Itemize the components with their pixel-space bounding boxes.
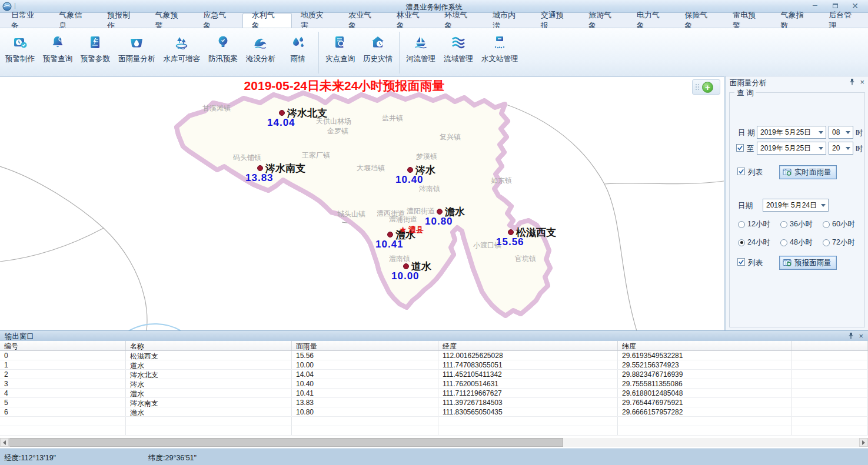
table-row[interactable]: 5涔水南支13.83111.39726718450329.76544769759… (0, 398, 868, 407)
forecast-date-select[interactable]: 2019年 5月24日 (763, 199, 829, 212)
start-date-select[interactable]: 2019年 5月25日 (757, 126, 826, 139)
scrollbar-thumb[interactable] (9, 438, 563, 447)
toolbar-button-灾点查询[interactable]: 灾点查询 (321, 31, 359, 75)
toolbar-button-label: 防汛预案 (208, 54, 238, 64)
menu-tab-交通预报[interactable]: 交通预报 (532, 13, 580, 28)
chevron-down-icon (819, 204, 828, 207)
close-icon[interactable]: × (860, 78, 864, 86)
scroll-left-button[interactable] (0, 438, 9, 447)
menu-tab-预报制作[interactable]: 预报制作 (98, 13, 147, 28)
cell-latitude: 29.6188012485048 (618, 389, 791, 397)
station-dot-澧水[interactable] (388, 232, 393, 237)
toolbar-button-label: 预警查询 (43, 54, 72, 64)
warning-compose-icon (12, 34, 28, 51)
realtime-rainfall-button[interactable]: 实时面雨量 (779, 165, 837, 179)
column-header-编号[interactable]: 编号 (0, 341, 126, 350)
toolbar-button-雨情[interactable]: 雨情 (280, 31, 316, 75)
menu-tab-环境气象[interactable]: 环境气象 (435, 13, 484, 28)
duration-radio-36小时[interactable]: 36小时 (780, 219, 813, 229)
toolbar-grip-handle[interactable] (696, 84, 700, 91)
toolbar-button-淹没分析[interactable]: 淹没分析 (242, 31, 280, 75)
station-dot-澹水[interactable] (437, 209, 443, 215)
table-row[interactable]: 4澧水10.41111.71121966762729.6188012485048 (0, 389, 868, 398)
end-date-select[interactable]: 2019年 5月25日 (757, 142, 826, 155)
column-header-纬度[interactable]: 纬度 (618, 341, 791, 350)
toolbar-button-面雨量分析[interactable]: 面雨量分析 (114, 31, 159, 75)
menu-tab-林业气象[interactable]: 林业气象 (388, 13, 436, 28)
duration-radio-12小时[interactable]: 12小时 (738, 219, 770, 229)
menu-tab-保险气象[interactable]: 保险气象 (676, 13, 724, 28)
map-canvas[interactable]: 甘溪滩镇盐井镇复兴镇天供山林场金罗镇码头铺镇王家厂镇大堰垱镇梦溪镇涔南镇如东镇城… (0, 77, 724, 330)
table-row[interactable]: 2涔水北支14.04111.45210541134229.88234767169… (0, 370, 868, 379)
toolbar-button-预警制作[interactable]: 预警制作 (1, 31, 39, 75)
menu-bar: 日常业务气象信息预报制作气象预警应急气象水利气象地质灾害农业气象林业气象环境气象… (0, 13, 868, 28)
duration-radio-60小时[interactable]: 60小时 (823, 219, 855, 229)
toolbar-button-流域管理[interactable]: 流域管理 (440, 31, 477, 75)
menu-tab-旅游气象[interactable]: 旅游气象 (580, 13, 628, 28)
table-row[interactable]: 6澹水10.80111.83056505043529.6666157957282 (0, 407, 868, 417)
duration-radio-24小时[interactable]: 24小时 (738, 237, 770, 247)
duration-radio-48小时[interactable]: 48小时 (780, 237, 813, 247)
cell-rainfall: 10.80 (292, 407, 438, 416)
cell-rainfall: 13.83 (292, 398, 438, 407)
menu-tab-地质灾害[interactable]: 地质灾害 (292, 13, 340, 28)
toolbar-button-历史灾情[interactable]: 历史灾情 (359, 31, 397, 75)
menu-tab-城市内涝[interactable]: 城市内涝 (484, 13, 532, 28)
town-label-官垸镇: 官垸镇 (515, 255, 536, 263)
chevron-down-icon (816, 131, 826, 134)
menu-tab-气象信息[interactable]: 气象信息 (51, 13, 99, 28)
menu-tab-日常业务[interactable]: 日常业务 (2, 13, 51, 28)
forecast-list-checkbox[interactable] (737, 258, 745, 266)
map-area: 甘溪滩镇盐井镇复兴镇天供山林场金罗镇码头铺镇王家厂镇大堰垱镇梦溪镇涔南镇如东镇城… (0, 76, 724, 330)
toolbar-button-河流管理[interactable]: 河流管理 (402, 31, 440, 75)
duration-radio-72小时[interactable]: 72小时 (823, 237, 855, 247)
toolbar-button-水库可增容[interactable]: 水库可增容 (159, 31, 205, 75)
realtime-list-checkbox[interactable] (737, 168, 745, 175)
toolbar-button-防汛预案[interactable]: 防汛预案 (204, 31, 242, 75)
cell-rainfall: 14.04 (292, 370, 438, 379)
panel-header: 面雨量分析 × (726, 76, 868, 88)
table-row[interactable]: 0松滋西支15.56112.00162562502829.61935495322… (0, 351, 868, 360)
table-row[interactable]: 1道水10.00111.74708305505129.552156374923 (0, 360, 868, 370)
cell-longitude: 111.397267184503 (438, 398, 618, 407)
column-header-面雨量[interactable]: 面雨量 (292, 341, 438, 350)
pin-icon[interactable] (849, 78, 855, 86)
column-header-经度[interactable]: 经度 (438, 341, 618, 350)
close-icon[interactable]: × (859, 332, 863, 340)
toolbar-button-label: 灾点查询 (325, 54, 355, 64)
menu-tab-农业气象[interactable]: 农业气象 (340, 13, 388, 28)
column-header-名称[interactable]: 名称 (126, 341, 292, 350)
menu-tab-气象预警[interactable]: 气象预警 (147, 13, 195, 28)
output-table: 编号名称面雨量经度纬度0松滋西支15.56112.00162562502829.… (0, 341, 868, 438)
menu-tab-雷电预警[interactable]: 雷电预警 (724, 13, 772, 28)
cell-name (126, 426, 292, 435)
station-dot-涔水北支[interactable] (280, 111, 285, 116)
menu-tab-后台管理[interactable]: 后台管理 (820, 13, 868, 28)
table-row[interactable]: 3涔水10.40111.7620051463129.7555811355086 (0, 379, 868, 389)
to-date-checkbox[interactable] (736, 144, 744, 152)
toolbar-button-label: 流域管理 (444, 54, 473, 64)
toolbar: 预警制作预警查询预警参数面雨量分析水库可增容防汛预案淹没分析雨情灾点查询历史灾情… (0, 28, 868, 76)
menu-tab-气象指数[interactable]: 气象指数 (772, 13, 820, 28)
start-hour-select[interactable]: 08 (829, 126, 853, 139)
pin-icon[interactable] (848, 332, 854, 340)
station-dot-松滋西支[interactable] (508, 230, 514, 235)
menu-tab-应急气象[interactable]: 应急气象 (194, 13, 242, 28)
end-hour-select[interactable]: 20 (829, 142, 853, 155)
horizontal-scrollbar (0, 438, 868, 447)
menu-tab-电力气象[interactable]: 电力气象 (628, 13, 676, 28)
toolbar-button-水文站管理[interactable]: 水文站管理 (477, 31, 523, 75)
station-dot-涔水[interactable] (408, 168, 413, 173)
station-dot-道水[interactable] (404, 264, 409, 269)
toolbar-button-预警查询[interactable]: 预警查询 (39, 31, 77, 75)
forecast-rainfall-button[interactable]: 预报面雨量 (779, 256, 837, 270)
menu-tab-水利气象[interactable]: 水利气象 (242, 13, 292, 28)
cell-longitude (438, 417, 618, 426)
toolbar-button-label: 雨情 (291, 54, 305, 64)
cell-rainfall (292, 426, 438, 435)
zoom-in-plus-icon[interactable]: + (702, 82, 713, 93)
station-dot-涔水南支[interactable] (258, 166, 263, 171)
scroll-right-button[interactable] (859, 438, 868, 447)
disaster-history-icon (370, 34, 386, 51)
toolbar-button-预警参数[interactable]: 预警参数 (77, 31, 114, 75)
